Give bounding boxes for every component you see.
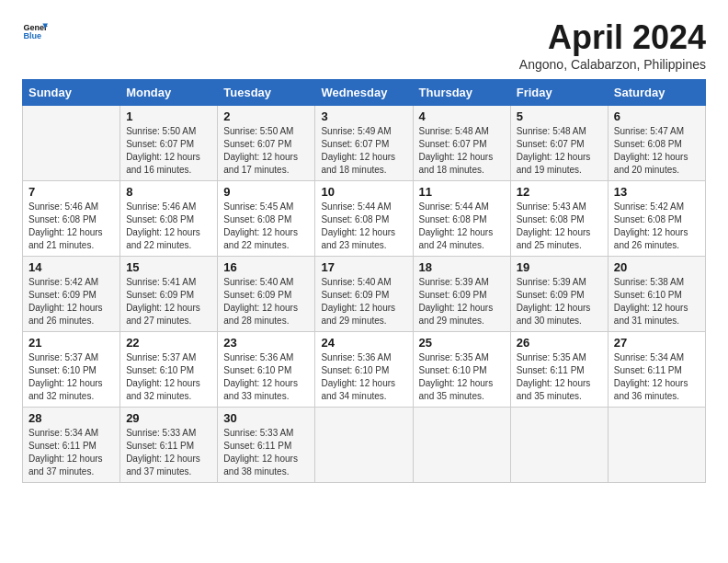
header-friday: Friday — [510, 80, 608, 106]
calendar-cell: 17 Sunrise: 5:40 AMSunset: 6:09 PMDaylig… — [315, 257, 413, 332]
calendar-cell: 9 Sunrise: 5:45 AMSunset: 6:08 PMDayligh… — [218, 181, 315, 257]
day-number: 17 — [321, 260, 406, 274]
day-detail: Sunrise: 5:50 AMSunset: 6:07 PMDaylight:… — [126, 126, 200, 175]
day-number: 8 — [126, 185, 211, 199]
header-sunday: Sunday — [23, 80, 120, 106]
calendar-cell: 16 Sunrise: 5:40 AMSunset: 6:09 PMDaylig… — [218, 257, 315, 332]
calendar-cell: 11 Sunrise: 5:44 AMSunset: 6:08 PMDaylig… — [413, 181, 510, 257]
calendar-cell: 30 Sunrise: 5:33 AMSunset: 6:11 PMDaylig… — [218, 408, 315, 483]
day-detail: Sunrise: 5:40 AMSunset: 6:09 PMDaylight:… — [223, 277, 298, 326]
day-detail: Sunrise: 5:42 AMSunset: 6:09 PMDaylight:… — [28, 277, 103, 326]
day-detail: Sunrise: 5:44 AMSunset: 6:08 PMDaylight:… — [321, 201, 395, 250]
calendar-cell: 8 Sunrise: 5:46 AMSunset: 6:08 PMDayligh… — [120, 181, 218, 257]
day-detail: Sunrise: 5:36 AMSunset: 6:10 PMDaylight:… — [223, 352, 298, 401]
calendar-table: SundayMondayTuesdayWednesdayThursdayFrid… — [22, 79, 706, 483]
header-saturday: Saturday — [608, 80, 705, 106]
day-detail: Sunrise: 5:44 AMSunset: 6:08 PMDaylight:… — [419, 201, 494, 250]
day-detail: Sunrise: 5:33 AMSunset: 6:11 PMDaylight:… — [126, 428, 200, 477]
month-title: April 2024 — [519, 18, 706, 57]
day-detail: Sunrise: 5:48 AMSunset: 6:07 PMDaylight:… — [517, 126, 591, 175]
calendar-cell: 24 Sunrise: 5:36 AMSunset: 6:10 PMDaylig… — [315, 332, 413, 408]
header-tuesday: Tuesday — [218, 80, 315, 106]
week-row-1: 1 Sunrise: 5:50 AMSunset: 6:07 PMDayligh… — [23, 106, 706, 181]
day-detail: Sunrise: 5:47 AMSunset: 6:08 PMDaylight:… — [614, 126, 688, 175]
day-number: 28 — [28, 411, 114, 425]
day-detail: Sunrise: 5:50 AMSunset: 6:07 PMDaylight:… — [223, 126, 298, 175]
day-number: 10 — [321, 185, 406, 199]
day-detail: Sunrise: 5:37 AMSunset: 6:10 PMDaylight:… — [28, 352, 103, 401]
calendar-cell: 19 Sunrise: 5:39 AMSunset: 6:09 PMDaylig… — [510, 257, 608, 332]
calendar-cell: 15 Sunrise: 5:41 AMSunset: 6:09 PMDaylig… — [120, 257, 218, 332]
week-row-4: 21 Sunrise: 5:37 AMSunset: 6:10 PMDaylig… — [23, 332, 706, 408]
day-detail: Sunrise: 5:45 AMSunset: 6:08 PMDaylight:… — [223, 201, 298, 250]
day-number: 2 — [223, 109, 309, 123]
week-row-3: 14 Sunrise: 5:42 AMSunset: 6:09 PMDaylig… — [23, 257, 706, 332]
calendar-cell: 20 Sunrise: 5:38 AMSunset: 6:10 PMDaylig… — [608, 257, 705, 332]
day-number: 15 — [126, 260, 211, 274]
calendar-cell: 21 Sunrise: 5:37 AMSunset: 6:10 PMDaylig… — [23, 332, 120, 408]
svg-text:Blue: Blue — [23, 31, 41, 40]
calendar-cell — [315, 408, 413, 483]
day-number: 4 — [419, 109, 505, 123]
week-row-5: 28 Sunrise: 5:34 AMSunset: 6:11 PMDaylig… — [23, 408, 706, 483]
day-number: 25 — [419, 336, 505, 350]
day-number: 30 — [223, 411, 309, 425]
calendar-cell: 28 Sunrise: 5:34 AMSunset: 6:11 PMDaylig… — [23, 408, 120, 483]
calendar-cell: 10 Sunrise: 5:44 AMSunset: 6:08 PMDaylig… — [315, 181, 413, 257]
calendar-cell: 1 Sunrise: 5:50 AMSunset: 6:07 PMDayligh… — [120, 106, 218, 181]
day-number: 21 — [28, 336, 114, 350]
calendar-cell: 27 Sunrise: 5:34 AMSunset: 6:11 PMDaylig… — [608, 332, 705, 408]
calendar-cell — [510, 408, 608, 483]
day-detail: Sunrise: 5:34 AMSunset: 6:11 PMDaylight:… — [28, 428, 103, 477]
day-number: 3 — [321, 109, 406, 123]
calendar-cell: 2 Sunrise: 5:50 AMSunset: 6:07 PMDayligh… — [218, 106, 315, 181]
calendar-cell: 13 Sunrise: 5:42 AMSunset: 6:08 PMDaylig… — [608, 181, 705, 257]
calendar-cell: 18 Sunrise: 5:39 AMSunset: 6:09 PMDaylig… — [413, 257, 510, 332]
day-detail: Sunrise: 5:42 AMSunset: 6:08 PMDaylight:… — [614, 201, 688, 250]
day-detail: Sunrise: 5:33 AMSunset: 6:11 PMDaylight:… — [223, 428, 298, 477]
day-number: 18 — [419, 260, 505, 274]
calendar-cell: 22 Sunrise: 5:37 AMSunset: 6:10 PMDaylig… — [120, 332, 218, 408]
day-number: 6 — [614, 109, 700, 123]
week-row-2: 7 Sunrise: 5:46 AMSunset: 6:08 PMDayligh… — [23, 181, 706, 257]
calendar-cell: 29 Sunrise: 5:33 AMSunset: 6:11 PMDaylig… — [120, 408, 218, 483]
calendar-cell: 26 Sunrise: 5:35 AMSunset: 6:11 PMDaylig… — [510, 332, 608, 408]
calendar-cell: 5 Sunrise: 5:48 AMSunset: 6:07 PMDayligh… — [510, 106, 608, 181]
title-section: April 2024 Angono, Calabarzon, Philippin… — [519, 18, 706, 72]
day-detail: Sunrise: 5:40 AMSunset: 6:09 PMDaylight:… — [321, 277, 395, 326]
day-detail: Sunrise: 5:37 AMSunset: 6:10 PMDaylight:… — [126, 352, 200, 401]
day-detail: Sunrise: 5:36 AMSunset: 6:10 PMDaylight:… — [321, 352, 395, 401]
day-number: 9 — [223, 185, 309, 199]
calendar-cell: 3 Sunrise: 5:49 AMSunset: 6:07 PMDayligh… — [315, 106, 413, 181]
day-number: 13 — [614, 185, 700, 199]
calendar-cell: 23 Sunrise: 5:36 AMSunset: 6:10 PMDaylig… — [218, 332, 315, 408]
day-number: 1 — [126, 109, 211, 123]
day-detail: Sunrise: 5:49 AMSunset: 6:07 PMDaylight:… — [321, 126, 395, 175]
calendar-cell — [23, 106, 120, 181]
calendar-cell: 7 Sunrise: 5:46 AMSunset: 6:08 PMDayligh… — [23, 181, 120, 257]
day-number: 5 — [517, 109, 602, 123]
calendar-body: 1 Sunrise: 5:50 AMSunset: 6:07 PMDayligh… — [23, 106, 706, 483]
logo: General Blue — [22, 18, 48, 44]
day-detail: Sunrise: 5:46 AMSunset: 6:08 PMDaylight:… — [126, 201, 200, 250]
calendar-cell — [608, 408, 705, 483]
day-number: 12 — [517, 185, 602, 199]
calendar-header-row: SundayMondayTuesdayWednesdayThursdayFrid… — [23, 80, 706, 106]
calendar-cell: 6 Sunrise: 5:47 AMSunset: 6:08 PMDayligh… — [608, 106, 705, 181]
day-detail: Sunrise: 5:46 AMSunset: 6:08 PMDaylight:… — [28, 201, 103, 250]
day-detail: Sunrise: 5:41 AMSunset: 6:09 PMDaylight:… — [126, 277, 200, 326]
calendar-cell: 12 Sunrise: 5:43 AMSunset: 6:08 PMDaylig… — [510, 181, 608, 257]
calendar-cell: 25 Sunrise: 5:35 AMSunset: 6:10 PMDaylig… — [413, 332, 510, 408]
day-detail: Sunrise: 5:48 AMSunset: 6:07 PMDaylight:… — [419, 126, 494, 175]
logo-icon: General Blue — [22, 18, 48, 44]
page-header: General Blue April 2024 Angono, Calabarz… — [22, 18, 706, 72]
day-detail: Sunrise: 5:38 AMSunset: 6:10 PMDaylight:… — [614, 277, 688, 326]
day-number: 26 — [517, 336, 602, 350]
day-number: 16 — [223, 260, 309, 274]
day-number: 24 — [321, 336, 406, 350]
calendar-cell: 4 Sunrise: 5:48 AMSunset: 6:07 PMDayligh… — [413, 106, 510, 181]
day-number: 7 — [28, 185, 114, 199]
day-detail: Sunrise: 5:43 AMSunset: 6:08 PMDaylight:… — [517, 201, 591, 250]
day-number: 11 — [419, 185, 505, 199]
day-number: 22 — [126, 336, 211, 350]
